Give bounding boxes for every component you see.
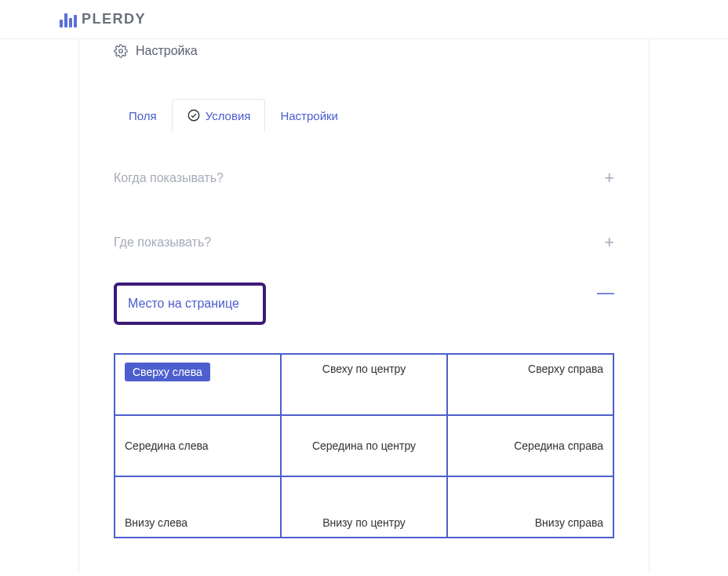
minus-icon: — bbox=[597, 283, 614, 303]
section-title: Где показывать? bbox=[114, 235, 211, 250]
section-where: Где показывать? + bbox=[114, 232, 614, 253]
section-position-header[interactable]: Место на странице — bbox=[114, 283, 614, 325]
position-bottom-center[interactable]: Внизу по центру bbox=[281, 476, 447, 538]
position-label: Середина слева bbox=[125, 439, 209, 452]
main-content: Настройка Поля Условия Настройки Когда п… bbox=[0, 39, 728, 573]
position-label: Свеху по центру bbox=[322, 363, 406, 375]
position-bottom-left[interactable]: Внизу слева bbox=[115, 476, 281, 538]
brand-logo[interactable]: PLERDY bbox=[60, 11, 668, 27]
position-top-center[interactable]: Свеху по центру bbox=[281, 354, 447, 415]
breadcrumb: Настройка bbox=[114, 39, 614, 58]
position-label: Середина справа bbox=[514, 439, 603, 452]
tab-label: Условия bbox=[206, 109, 251, 122]
highlighted-title-box: Место на странице bbox=[114, 283, 266, 325]
position-label: Середина по центру bbox=[312, 439, 416, 452]
position-middle-center[interactable]: Середина по центру bbox=[281, 415, 447, 476]
svg-point-0 bbox=[119, 49, 123, 53]
brand-name: PLERDY bbox=[82, 11, 146, 27]
tab-conditions[interactable]: Условия bbox=[172, 99, 266, 132]
position-label: Внизу справа bbox=[535, 516, 603, 529]
position-middle-left[interactable]: Середина слева bbox=[115, 415, 281, 476]
position-label: Внизу слева bbox=[125, 516, 187, 529]
svg-point-1 bbox=[188, 110, 199, 121]
tab-settings[interactable]: Настройки bbox=[265, 99, 353, 132]
section-position: Место на странице — Сверху слева Свеху п… bbox=[114, 283, 614, 538]
check-circle-icon bbox=[187, 108, 201, 122]
plus-icon: + bbox=[604, 168, 614, 188]
tab-fields[interactable]: Поля bbox=[114, 99, 172, 132]
position-grid: Сверху слева Свеху по центру Сверху спра… bbox=[114, 353, 614, 538]
tab-label: Поля bbox=[129, 109, 157, 122]
gear-icon bbox=[114, 44, 128, 58]
section-title: Место на странице bbox=[128, 297, 239, 310]
position-bottom-right[interactable]: Внизу справа bbox=[447, 476, 613, 538]
section-where-header[interactable]: Где показывать? + bbox=[114, 232, 614, 253]
position-label: Сверху слева bbox=[125, 363, 210, 381]
app-header: PLERDY bbox=[0, 0, 728, 39]
section-title: Когда показывать? bbox=[114, 171, 224, 185]
plus-icon: + bbox=[604, 232, 614, 253]
breadcrumb-label: Настройка bbox=[136, 44, 198, 58]
section-when: Когда показывать? + bbox=[114, 168, 614, 188]
position-middle-right[interactable]: Середина справа bbox=[447, 415, 613, 476]
position-label: Внизу по центру bbox=[322, 516, 406, 529]
tab-label: Настройки bbox=[280, 109, 338, 122]
position-label: Сверху справа bbox=[528, 363, 603, 375]
logo-bars-icon bbox=[60, 12, 77, 27]
position-top-left[interactable]: Сверху слева bbox=[115, 354, 281, 415]
section-when-header[interactable]: Когда показывать? + bbox=[114, 168, 614, 188]
tabs-bar: Поля Условия Настройки bbox=[114, 99, 614, 132]
position-top-right[interactable]: Сверху справа bbox=[447, 354, 613, 415]
